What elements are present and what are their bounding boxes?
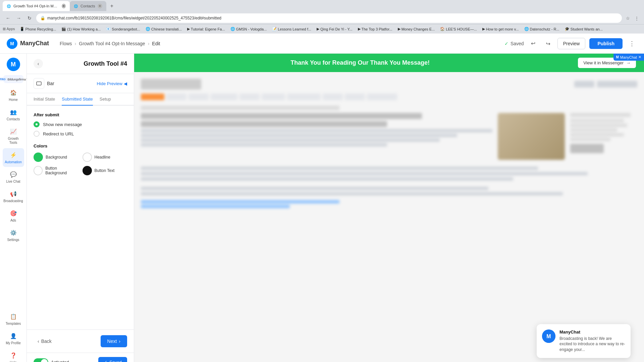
- publish-button[interactable]: Publish: [589, 38, 623, 49]
- logo-icon: M: [7, 38, 17, 49]
- sidebar-item-help[interactable]: ❓ Help: [3, 349, 24, 362]
- tab-submitted-state[interactable]: Submitted State: [62, 93, 93, 106]
- activated-label: Activated: [51, 360, 69, 362]
- colors-grid: Background Headline Button Background: [34, 153, 127, 175]
- sidebar-item-templates[interactable]: 📋 Templates: [3, 310, 24, 328]
- org-selector[interactable]: PRO Bildungsfirma ▾: [3, 75, 23, 83]
- panel-header: ‹ Growth Tool #4: [27, 54, 134, 74]
- sidebar-item-growth-tools[interactable]: 📈 Growth Tools: [3, 125, 24, 147]
- saved-button[interactable]: ✓ Saved: [98, 357, 127, 362]
- pro-badge: PRO: [0, 77, 7, 81]
- header-actions: ✓ Saved ↩ ↩ Preview Publish ⋮: [504, 38, 637, 49]
- tab-setup[interactable]: Setup: [100, 93, 111, 106]
- sidebar-item-automation[interactable]: ⚡ Automation: [3, 148, 24, 167]
- colors-section: Colors Background Headline Button Bac: [34, 143, 127, 175]
- panel-title: Growth Tool #4: [84, 60, 127, 67]
- settings-panel: ‹ Growth Tool #4 Bar Hide Preview ◀ Init…: [27, 54, 134, 362]
- chat-message-text: Broadcasting is back! We are excited to …: [559, 336, 625, 353]
- radio-unselected-indicator: [34, 131, 40, 137]
- sidebar-bottom: 📋 Templates 👤 My Profile ❓ Help: [0, 310, 26, 362]
- preview-button[interactable]: Preview: [557, 38, 586, 49]
- sidebar-item-live-chat[interactable]: 💬 Live Chat: [3, 168, 24, 186]
- bookmark-item[interactable]: ▶ How to get more v...: [480, 26, 521, 32]
- contacts-icon: 👥: [9, 108, 17, 116]
- bar-icon: [34, 78, 44, 89]
- sidebar-item-home[interactable]: 🏠 Home: [3, 86, 24, 105]
- bookmark-item[interactable]: 🎬 (1) How Working a...: [59, 26, 103, 32]
- profile-icon: 👤: [9, 332, 17, 340]
- app-header: M ManyChat Flows › Growth Tool #4 Opt-In…: [0, 34, 644, 54]
- saved-indicator: ✓ Saved: [504, 41, 524, 46]
- bookmark-item[interactable]: ▶ Tutorial: Eigene Fa...: [185, 26, 227, 32]
- sidebar-item-contacts[interactable]: 👥 Contacts: [3, 105, 24, 124]
- bookmark-item[interactable]: ▶ Money Changes E...: [396, 26, 437, 32]
- browser-action-buttons: ☆ ⋮: [625, 15, 640, 21]
- sidebar-item-broadcasting[interactable]: 📢 Broadcasting: [3, 187, 24, 206]
- sidebar-item-my-profile[interactable]: 👤 My Profile: [3, 329, 24, 348]
- address-bar: ← → ↻ 🔒 manychat.com/fb198150208192061B/…: [0, 12, 644, 24]
- bookmark-item[interactable]: 🎓 Student Wants an...: [563, 26, 605, 32]
- bookmarks-bar: ⊞ Apps 📱 Phone Recycling... 🎬 (1) How Wo…: [0, 24, 644, 34]
- bookmark-item[interactable]: ▶ Qing Fei De Yi - Y...: [315, 26, 355, 32]
- bookmark-item[interactable]: 📱 Phone Recycling...: [18, 26, 58, 32]
- live-chat-icon: 💬: [9, 170, 17, 178]
- chat-sender-name: ManyChat: [559, 329, 625, 335]
- breadcrumb-flows[interactable]: Flows: [60, 41, 72, 46]
- activated-toggle[interactable]: [34, 358, 48, 362]
- browser-tab-contacts[interactable]: 🌐 Contacts ✕: [70, 1, 106, 11]
- colors-title: Colors: [34, 143, 127, 148]
- tab-close-btn-2[interactable]: ✕: [98, 4, 102, 8]
- bookmark-star[interactable]: ☆: [625, 15, 631, 21]
- browser-tab-bar: 🌐 Growth Tool #4 Opt-In Messa... ✕ 🌐 Con…: [0, 0, 644, 12]
- back-button[interactable]: ‹ Back: [34, 336, 56, 347]
- radio-redirect-to-url[interactable]: Redirect to URL: [34, 131, 127, 137]
- radio-show-new-message[interactable]: Show new message: [34, 121, 127, 127]
- color-button-text: Button Text: [83, 166, 127, 175]
- browser-menu[interactable]: ⋮: [633, 15, 640, 21]
- button-bg-color-swatch[interactable]: [34, 166, 43, 175]
- breadcrumb-tool[interactable]: Growth Tool #4 Opt-In Message: [79, 41, 145, 46]
- chat-notification[interactable]: M ManyChat Broadcasting is back! We are …: [537, 324, 631, 358]
- bookmark-item[interactable]: 🏠 LEE'S HOUSE—...: [438, 26, 479, 32]
- browser-tab-active[interactable]: 🌐 Growth Tool #4 Opt-In Messa... ✕: [3, 1, 70, 11]
- bookmark-item[interactable]: 🌐 Datenschutz - R...: [522, 26, 561, 32]
- thank-you-banner: Thank You for Reading Our Thank You Mess…: [134, 54, 644, 72]
- sidebar: M PRO Bildungsfirma ▾ 🏠 Home 👥 Contacts …: [0, 54, 27, 362]
- sidebar-item-settings[interactable]: ⚙️ Settings: [3, 226, 24, 245]
- forward-nav-btn[interactable]: →: [15, 14, 23, 22]
- app-logo: M ManyChat: [7, 38, 49, 49]
- undo-button[interactable]: ↩: [528, 38, 539, 49]
- new-tab-btn[interactable]: +: [108, 2, 116, 10]
- hide-preview-button[interactable]: Hide Preview ◀: [97, 81, 127, 86]
- redo-button[interactable]: ↩: [543, 38, 553, 49]
- url-bar[interactable]: 🔒 manychat.com/fb198150208192061B/cms/fi…: [36, 13, 622, 23]
- tab-initial-state[interactable]: Initial State: [34, 93, 55, 106]
- tab-close-btn[interactable]: ✕: [62, 4, 66, 8]
- headline-color-swatch[interactable]: [83, 153, 92, 162]
- color-headline: Headline: [83, 153, 127, 162]
- bookmark-item[interactable]: 🌐 Chinese translati...: [144, 26, 184, 32]
- background-color-swatch[interactable]: [34, 153, 43, 162]
- next-button[interactable]: Next ›: [101, 335, 127, 347]
- sidebar-logo: M: [7, 58, 20, 71]
- after-submit-options: Show new message Redirect to URL: [34, 121, 127, 137]
- button-text-color-swatch[interactable]: [83, 166, 92, 175]
- breadcrumb: Flows › Growth Tool #4 Opt-In Message › …: [60, 41, 500, 46]
- back-nav-btn[interactable]: ←: [4, 14, 12, 22]
- bookmark-item[interactable]: 📧 Sonderangebot...: [104, 26, 142, 32]
- sidebar-nav: 🏠 Home 👥 Contacts 📈 Growth Tools ⚡ Autom…: [0, 86, 26, 245]
- bookmark-item[interactable]: ▶ The Top 3 Platfor...: [356, 26, 394, 32]
- color-button-background: Button Background: [34, 166, 78, 175]
- color-background: Background: [34, 153, 78, 162]
- sidebar-item-ads[interactable]: 🎯 Ads: [3, 206, 24, 225]
- thank-you-text: Thank You for Reading Our Thank You Mess…: [142, 59, 578, 66]
- automation-icon: ⚡: [9, 151, 17, 159]
- reload-btn[interactable]: ↻: [25, 14, 34, 22]
- panel-back-button[interactable]: ‹: [34, 59, 43, 68]
- activated-bar: Activated ✓ Saved: [27, 353, 134, 362]
- bookmark-item[interactable]: 📝 Lessons Learned f...: [270, 26, 313, 32]
- blurred-background-content: [134, 72, 644, 215]
- more-options-button[interactable]: ⋮: [627, 38, 637, 49]
- ads-icon: 🎯: [9, 209, 17, 217]
- bookmark-item[interactable]: 🌐 GMSN - Vologda...: [228, 26, 269, 32]
